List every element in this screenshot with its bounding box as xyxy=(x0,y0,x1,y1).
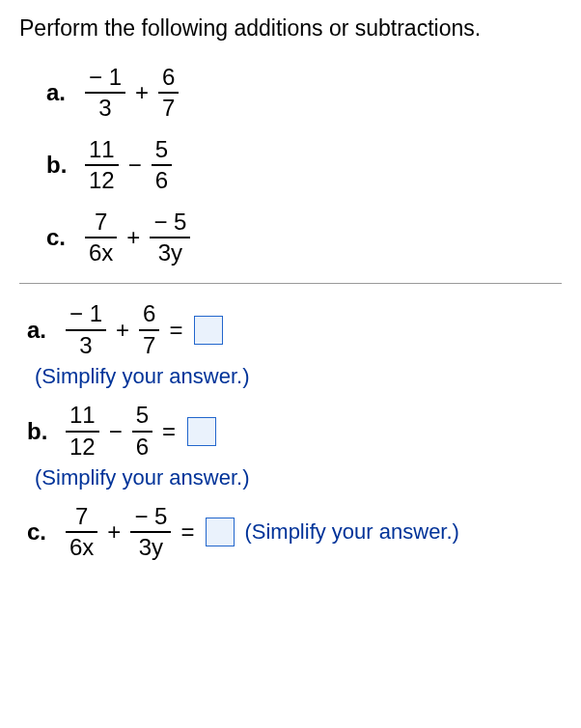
hint-b: (Simplify your answer.) xyxy=(27,465,562,490)
fraction: 11 12 xyxy=(85,137,119,194)
fraction-line xyxy=(85,237,117,238)
denominator: 6 xyxy=(152,168,172,193)
numerator: 11 xyxy=(66,403,99,428)
fraction-line xyxy=(85,164,119,166)
fraction: 6 7 xyxy=(158,65,179,122)
operator: + xyxy=(107,518,121,546)
numerator: − 5 xyxy=(150,210,190,235)
numerator: − 1 xyxy=(66,301,106,326)
instruction-text: Perform the following additions or subtr… xyxy=(19,15,562,42)
fraction-line xyxy=(150,237,190,238)
numerator: 11 xyxy=(85,137,119,162)
fraction: − 5 3y xyxy=(130,504,171,561)
label-a: a. xyxy=(27,317,52,344)
fraction: − 1 3 xyxy=(66,301,106,358)
fraction: − 1 3 xyxy=(85,65,125,122)
denominator: 6x xyxy=(85,240,117,266)
label-b: b. xyxy=(27,418,52,445)
answer-b: b. 11 12 − 5 6 = xyxy=(27,403,562,460)
equals: = xyxy=(169,317,182,344)
numerator: − 5 xyxy=(130,504,171,529)
problem-b: b. 11 12 − 5 6 xyxy=(46,137,562,194)
fraction-line xyxy=(132,431,152,433)
divider xyxy=(19,283,562,284)
fraction: 11 12 xyxy=(66,403,99,460)
answer-c: c. 7 6x + − 5 3y = (Simplify your answer… xyxy=(27,504,562,561)
fraction: 7 6x xyxy=(85,210,117,266)
denominator: 12 xyxy=(85,168,119,193)
answer-input-c[interactable] xyxy=(206,518,235,546)
numerator: 7 xyxy=(91,210,111,235)
problem-c: c. 7 6x + − 5 3y xyxy=(46,210,562,266)
answer-input-b[interactable] xyxy=(187,417,216,446)
hint-a: (Simplify your answer.) xyxy=(27,364,562,389)
denominator: 6x xyxy=(66,535,97,560)
denominator: 3 xyxy=(95,96,115,121)
numerator: 6 xyxy=(139,301,159,326)
denominator: 6 xyxy=(132,434,152,460)
denominator: 7 xyxy=(158,96,179,121)
operator: − xyxy=(128,152,142,179)
label-b: b. xyxy=(46,152,71,179)
operator: − xyxy=(109,418,123,445)
problem-a: a. − 1 3 + 6 7 xyxy=(46,65,562,122)
label-c: c. xyxy=(46,224,71,251)
label-a: a. xyxy=(46,79,71,106)
denominator: 7 xyxy=(139,333,159,358)
denominator: 3y xyxy=(135,535,167,560)
fraction-line xyxy=(152,164,172,166)
operator: + xyxy=(135,79,149,106)
numerator: 6 xyxy=(158,65,179,90)
answer-a: a. − 1 3 + 6 7 = xyxy=(27,301,562,358)
numerator: 5 xyxy=(132,403,152,428)
fraction-line xyxy=(139,329,159,331)
numerator: 7 xyxy=(71,504,92,529)
denominator: 3 xyxy=(75,333,96,358)
answer-input-a[interactable] xyxy=(194,316,223,345)
fraction: 5 6 xyxy=(132,403,152,460)
fraction: 6 7 xyxy=(139,301,159,358)
label-c: c. xyxy=(27,518,52,546)
denominator: 3y xyxy=(154,240,186,266)
numerator: − 1 xyxy=(85,65,125,90)
fraction-line xyxy=(158,92,179,94)
fraction: − 5 3y xyxy=(150,210,190,266)
fraction-line xyxy=(66,329,106,331)
fraction: 7 6x xyxy=(66,504,97,561)
fraction-line xyxy=(130,531,171,533)
fraction: 5 6 xyxy=(152,137,172,194)
hint-c: (Simplify your answer.) xyxy=(244,519,459,545)
fraction-line xyxy=(66,531,97,533)
equals: = xyxy=(162,418,176,445)
denominator: 12 xyxy=(66,434,99,460)
numerator: 5 xyxy=(152,137,172,162)
answer-section: a. − 1 3 + 6 7 = (Simplify your answer.)… xyxy=(19,301,562,560)
equals: = xyxy=(180,518,194,546)
fraction-line xyxy=(66,431,99,433)
problem-list: a. − 1 3 + 6 7 b. 11 12 − 5 6 c. 7 xyxy=(19,65,562,266)
operator: + xyxy=(116,317,129,344)
operator: + xyxy=(126,224,140,251)
fraction-line xyxy=(85,92,125,94)
